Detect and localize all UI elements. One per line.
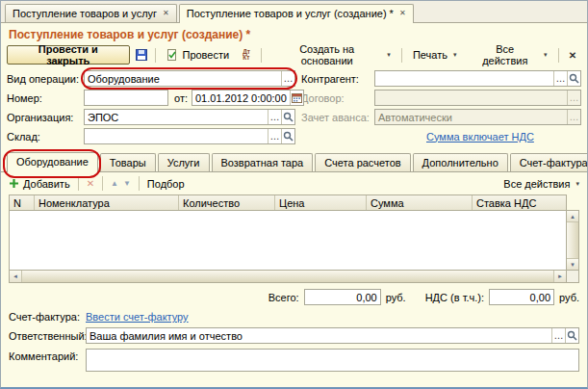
app-tab-label: Поступление товаров и услуг (создание) * (187, 8, 394, 19)
close-tab-icon[interactable]: ✕ (163, 10, 169, 17)
ellipsis-button[interactable]: … (551, 328, 565, 343)
grid-all-actions-label: Все действия (503, 178, 570, 190)
organization-label: Организация: (7, 112, 84, 123)
column-header-sum[interactable]: Сумма (367, 195, 473, 210)
print-button[interactable]: Печать ▾ (407, 45, 463, 65)
delete-row-button[interactable]: ✕ (87, 178, 94, 189)
currency-label: руб. (559, 292, 579, 303)
organization-row: Организация: ЭПОС … (7, 109, 295, 125)
table-body-empty[interactable] (9, 211, 567, 271)
search-icon[interactable] (567, 71, 580, 86)
enter-invoice-link[interactable]: Ввести счет-фактуру (86, 311, 189, 323)
pick-button[interactable]: Подбор (147, 178, 185, 190)
warehouse-field[interactable]: … (84, 128, 295, 144)
close-form-icon[interactable]: ✕ (564, 50, 581, 61)
tab-goods[interactable]: Товары (100, 153, 156, 171)
post-button[interactable]: Провести (161, 45, 235, 65)
tab-label: Счета расчетов (324, 157, 400, 169)
kt-text: Кт (243, 55, 250, 61)
window-tab-bar: Поступление товаров и услуг ✕ Поступлени… (1, 1, 587, 23)
number-date-row: Номер: от: 01.01.2012 0:00:00 (7, 90, 295, 106)
total-label: Всего: (268, 292, 299, 303)
counterparty-field[interactable]: … (374, 70, 581, 87)
close-tab-icon[interactable]: ✕ (399, 10, 406, 17)
contract-row: Договор: … (301, 90, 581, 106)
move-down-button[interactable]: ▼ (123, 179, 131, 188)
vat-total-label: НДС (в т.ч.): (425, 292, 484, 303)
date-value: 01.01.2012 0:00:00 (192, 92, 290, 104)
dt-kt-icon: Дт Кт (243, 49, 250, 61)
tab-returnable-packaging[interactable]: Возвратная тара (212, 153, 314, 171)
search-icon[interactable] (565, 328, 578, 343)
column-header-quantity[interactable]: Количество (179, 195, 275, 210)
warehouse-label: Склад: (7, 131, 84, 143)
tab-label: Дополнительно (422, 157, 499, 169)
comment-field[interactable] (86, 349, 579, 372)
add-row-button[interactable]: Добавить (9, 178, 70, 190)
scroll-up-icon[interactable]: ▲ (567, 211, 578, 222)
advance-label: Зачет аванса: (301, 112, 374, 123)
horizontal-scrollbar-thumb[interactable] (22, 271, 553, 282)
contract-field: … (374, 90, 581, 106)
operation-type-field[interactable]: Оборудование … (84, 70, 295, 87)
app-tab-receipt[interactable]: Поступление товаров и услуг ✕ (5, 4, 177, 22)
tab-services[interactable]: Услуги (158, 153, 210, 171)
form-title: Поступление товаров и услуг (создание) * (1, 23, 587, 43)
vat-link-row: Сумма включает НДС (301, 128, 581, 144)
toolbar-separator (78, 176, 79, 191)
responsible-field[interactable]: Ваша фамилия имя и отчество … (86, 327, 579, 344)
ellipsis-button[interactable]: … (268, 129, 281, 143)
save-button[interactable] (132, 46, 151, 65)
tab-settlement-accounts[interactable]: Счета расчетов (315, 153, 410, 171)
vat-value: 0,00 (530, 292, 550, 303)
scroll-left-icon[interactable]: ◄ (10, 271, 22, 282)
ellipsis-button: … (567, 110, 580, 124)
contract-label: Договор: (301, 92, 374, 104)
currency-label: руб. (386, 292, 406, 303)
toolbar-separator (261, 48, 262, 63)
move-up-button[interactable]: ▲ (111, 179, 118, 188)
ellipsis-button[interactable]: … (268, 110, 281, 124)
post-and-close-button[interactable]: Провести и закрыть (7, 45, 130, 65)
ellipsis-button[interactable]: … (553, 71, 567, 86)
vertical-scrollbar[interactable]: ▲ ▼ (567, 210, 579, 271)
number-field[interactable] (84, 90, 168, 106)
create-based-on-button[interactable]: Создать на основании ▾ (267, 45, 396, 65)
scroll-down-icon[interactable]: ▼ (567, 258, 578, 270)
toolbar-separator (139, 176, 140, 191)
column-header-vat-rate[interactable]: Ставка НДС (473, 195, 566, 210)
delete-icon: ✕ (87, 178, 94, 189)
column-header-price[interactable]: Цена (275, 195, 367, 210)
comment-row: Комментарий: (1, 346, 587, 372)
arrow-up-icon: ▲ (111, 179, 118, 188)
horizontal-scrollbar-row: ◄ ► (9, 271, 579, 283)
app-tab-receipt-new[interactable]: Поступление товаров и услуг (создание) *… (179, 4, 414, 23)
toolbar-separator (155, 48, 156, 63)
scroll-right-icon[interactable]: ► (553, 271, 566, 282)
all-actions-button[interactable]: Все действия ▾ (466, 45, 552, 65)
create-based-on-label: Создать на основании (272, 43, 381, 66)
horizontal-scrollbar[interactable]: ◄ ► (9, 271, 567, 283)
tab-equipment[interactable]: Оборудование (7, 152, 98, 172)
items-toolbar: Добавить ✕ ▲ ▼ Подбор Все действия ▾ (1, 172, 587, 194)
responsible-value: Ваша фамилия имя и отчество (87, 330, 551, 342)
chevron-down-icon: ▾ (575, 180, 579, 188)
column-header-n[interactable]: N (10, 195, 35, 210)
vat-includes-link[interactable]: Сумма включает НДС (426, 131, 534, 143)
ellipsis-button[interactable]: … (281, 71, 294, 86)
chevron-down-icon: ▾ (387, 51, 391, 59)
organization-field[interactable]: ЭПОС … (84, 109, 295, 125)
show-postings-button[interactable]: Дт Кт (237, 46, 256, 65)
calendar-icon[interactable] (290, 91, 303, 105)
toolbar-separator (558, 48, 559, 63)
vertical-scrollbar-thumb[interactable] (567, 222, 578, 258)
date-field[interactable]: 01.01.2012 0:00:00 (192, 90, 304, 106)
column-header-nomenclature[interactable]: Номенклатура (35, 195, 179, 210)
tab-additional[interactable]: Дополнительно (413, 153, 508, 171)
post-icon (166, 49, 178, 61)
operation-type-label: Вид операции: (7, 73, 84, 85)
search-icon[interactable] (281, 129, 294, 143)
grid-all-actions-button[interactable]: Все действия ▾ (503, 178, 579, 190)
tab-invoice[interactable]: Счет-фактура (510, 153, 588, 171)
search-icon[interactable] (281, 110, 294, 124)
